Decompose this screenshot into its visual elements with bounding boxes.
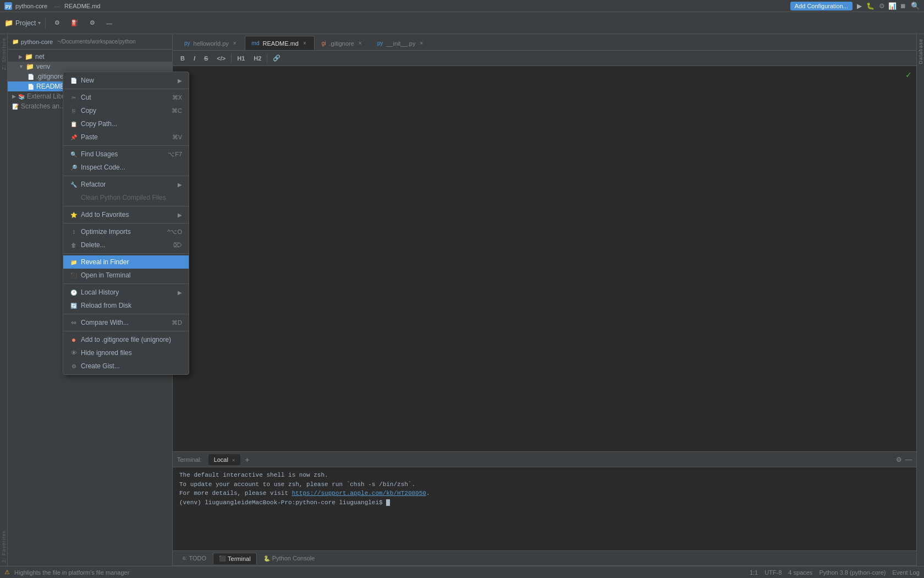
database-panel-btn[interactable]: Database	[918, 39, 923, 64]
coverage-icon[interactable]: 📊	[888, 2, 897, 10]
ctx-item-hideignored[interactable]: 👁 Hide ignored files	[63, 346, 189, 359]
ctx-item-openinterminal[interactable]: ⬛ Open in Terminal	[63, 269, 189, 282]
terminal-settings-button[interactable]: ⚙	[896, 456, 902, 464]
run-icon[interactable]: ▶	[857, 2, 862, 10]
tree-item-net[interactable]: ▶ 📁 net	[8, 52, 172, 62]
editor-tab-gitignore[interactable]: gi .gitignore ×	[315, 36, 370, 50]
add-configuration-button[interactable]: Add Configuration...	[790, 2, 853, 10]
terminal-minimize-button[interactable]: —	[905, 456, 912, 464]
ctx-icon-findusages: 🔍	[70, 150, 78, 158]
app-icon: py	[4, 2, 12, 10]
ctx-item-inspectcode[interactable]: 🔎 Inspect Code...	[63, 161, 189, 174]
ctx-item-comparewith[interactable]: ⇔ Compare With... ⌘D	[63, 316, 189, 329]
search-icon[interactable]: 🔍	[911, 2, 920, 10]
todo-label: TODO	[189, 555, 207, 561]
tree-folder-icon-net: 📁	[25, 53, 33, 61]
status-event-log[interactable]: Event Log	[892, 569, 920, 576]
ctx-label-optimizeimports: Optimize Imports	[81, 228, 131, 236]
terminal-tab-close-local[interactable]: ×	[232, 457, 235, 463]
collapse-button[interactable]: ⛽	[67, 17, 83, 29]
tab-close-init[interactable]: ×	[419, 40, 424, 47]
status-indent[interactable]: 4 spaces	[788, 569, 812, 576]
ctx-label-refactor: Refactor	[81, 181, 106, 188]
h2-button[interactable]: H2	[250, 54, 265, 63]
project-dropdown-icon[interactable]: ▾	[38, 20, 41, 26]
ctx-label-cut: Cut	[81, 94, 91, 101]
ctx-sep-8	[63, 314, 189, 314]
status-position[interactable]: 1:1	[750, 569, 758, 576]
python-console-label: Python Console	[272, 555, 315, 561]
ctx-icon-copypath: 📋	[70, 120, 78, 128]
ctx-label-favorites: Add to Favorites	[81, 211, 129, 219]
favorites-panel-btn[interactable]: 2: Favorites	[1, 530, 7, 563]
bold-button[interactable]: B	[177, 54, 188, 63]
ctx-shortcut-delete: ⌦	[173, 242, 182, 249]
project-root-name: python-core	[21, 39, 53, 45]
edit-sep2	[267, 54, 267, 63]
ctx-label-reloadfromdisk: Reload from Disk	[81, 302, 131, 309]
ctx-label-comparewith: Compare With...	[81, 319, 129, 326]
python-console-tab[interactable]: 🐍 Python Console	[258, 553, 321, 564]
code-button[interactable]: </>	[213, 54, 229, 63]
editor-tab-helloworld[interactable]: py helloworld.py ×	[177, 36, 245, 50]
editor-tab-readme[interactable]: md README.md ×	[245, 36, 315, 50]
tab-icon-gitignore: gi	[322, 40, 326, 46]
terminal-content[interactable]: The default interactive shell is now zsh…	[173, 467, 916, 550]
ctx-item-refactor[interactable]: 🔧 Refactor ▶	[63, 178, 189, 191]
tree-item-venv[interactable]: ▼ 📁 venv	[8, 62, 172, 72]
tab-close-readme[interactable]: ×	[302, 40, 307, 47]
ctx-shortcut-cut: ⌘X	[172, 94, 182, 101]
terminal-link[interactable]: https://support.apple.com/kb/HT208050	[292, 490, 426, 497]
settings-button[interactable]: ⚙	[85, 17, 100, 29]
h1-button[interactable]: H1	[234, 54, 248, 63]
ctx-item-findusages[interactable]: 🔍 Find Usages ⌥F7	[63, 148, 189, 161]
ctx-sep-3	[63, 176, 189, 176]
tree-folder-icon-venv: 📁	[26, 63, 34, 70]
ctx-label-openinterminal: Open in Terminal	[81, 271, 131, 279]
todo-tab[interactable]: 6: TODO	[177, 553, 212, 564]
ctx-item-favorites[interactable]: ⭐ Add to Favorites ▶	[63, 208, 189, 221]
ctx-item-revealinfinder[interactable]: 📁 Reveal in Finder	[63, 255, 189, 269]
ctx-item-optimizeimports[interactable]: ↕ Optimize Imports ^⌥O	[63, 225, 189, 238]
italic-button[interactable]: I	[190, 54, 199, 63]
debug-icon[interactable]: 🐛	[866, 2, 875, 10]
todo-number: 6:	[183, 555, 187, 561]
stop-icon[interactable]: ⏹	[900, 2, 906, 10]
project-header: 📁 python-core ~/Documents/workspace/pyth…	[8, 34, 172, 50]
terminal-bottom-tab[interactable]: ⬛ Terminal	[213, 553, 257, 564]
terminal-tab-local[interactable]: Local ×	[208, 454, 241, 465]
ctx-item-copypath[interactable]: 📋 Copy Path...	[63, 117, 189, 130]
editor-tab-init[interactable]: py __init__.py ×	[370, 36, 432, 50]
ctx-item-addtogitignore[interactable]: ● Add to .gitignore file (unignore)	[63, 333, 189, 346]
ctx-item-delete[interactable]: 🗑 Delete... ⌦	[63, 238, 189, 252]
toolbar-more-icons: ⚙ 📊 ⏹	[879, 2, 906, 10]
ctx-item-creategist[interactable]: ⚙ Create Gist...	[63, 359, 189, 373]
strike-button[interactable]: S	[201, 54, 211, 63]
sync-button[interactable]: ⚙	[50, 17, 64, 29]
ctx-item-new[interactable]: 📄 New ▶	[63, 74, 189, 87]
ctx-icon-optimizeimports: ↕	[70, 228, 78, 236]
link-button[interactable]: 🔗	[270, 53, 284, 63]
ctx-label-addtogitignore: Add to .gitignore file (unignore)	[81, 336, 171, 343]
ctx-item-localhistory[interactable]: 🕐 Local History ▶	[63, 286, 189, 299]
ctx-item-paste[interactable]: 📌 Paste ⌘V	[63, 130, 189, 144]
ctx-label-creategist: Create Gist...	[81, 362, 120, 370]
status-python-version[interactable]: Python 3.8 (python-core)	[819, 569, 886, 576]
ctx-item-cut[interactable]: ✂ Cut ⌘X	[63, 91, 189, 104]
app-name: python-core	[15, 3, 47, 9]
hide-button[interactable]: —	[102, 18, 117, 29]
editor-content[interactable]	[173, 66, 916, 75]
terminal-panel: Terminal: Local × + ⚙ — The default inte…	[173, 451, 916, 550]
ctx-item-copy[interactable]: ⎘ Copy ⌘C	[63, 104, 189, 117]
tab-close-helloworld[interactable]: ×	[232, 40, 238, 47]
structure-panel-btn[interactable]: Z: Structure	[1, 37, 7, 70]
tab-close-gitignore[interactable]: ×	[358, 40, 363, 47]
ctx-item-reloadfromdisk[interactable]: 🔄 Reload from Disk	[63, 299, 189, 312]
ctx-label-localhistory: Local History	[81, 288, 119, 296]
terminal-tabs: Terminal: Local × + ⚙ —	[173, 452, 916, 467]
terminal-add-button[interactable]: +	[243, 455, 251, 464]
ctx-label-copypath: Copy Path...	[81, 120, 117, 128]
profile-icon[interactable]: ⚙	[879, 2, 885, 10]
tree-label-net: net	[35, 53, 45, 61]
status-encoding[interactable]: UTF-8	[765, 569, 782, 576]
